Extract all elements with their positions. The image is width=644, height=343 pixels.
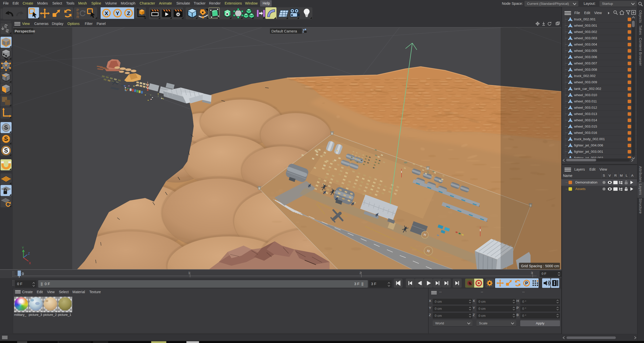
svg-text:Perspective: Perspective xyxy=(15,29,35,33)
svg-text:Grid Spacing : 5000 cm: Grid Spacing : 5000 cm xyxy=(521,264,559,268)
svg-text:Y: Y xyxy=(22,246,24,250)
svg-text:Default Camera: Default Camera xyxy=(271,29,297,33)
svg-text:X: X xyxy=(29,261,31,265)
svg-text:Z: Z xyxy=(28,252,30,256)
svg-text:P: P xyxy=(525,281,528,285)
